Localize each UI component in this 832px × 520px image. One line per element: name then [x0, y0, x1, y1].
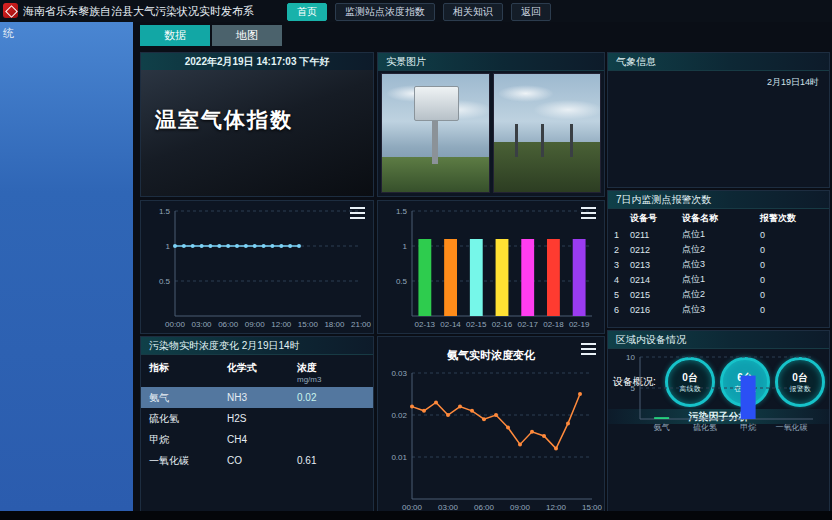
alarm-count: 0 — [760, 290, 815, 300]
app-title: 海南省乐东黎族自治县大气污染状况实时发布系统 — [3, 0, 259, 44]
col-concentration: 浓度mg/m3 — [297, 361, 357, 384]
bottom-strip — [0, 511, 832, 520]
pollutant-value — [297, 429, 357, 450]
row-index: 5 — [614, 290, 630, 300]
alarm-col-count: 报警次数 — [760, 212, 815, 225]
svg-text:甲烷: 甲烷 — [740, 423, 756, 432]
daily-index-bar-chart[interactable]: 0.511.502-1302-1402-1502-1602-1702-1802-… — [380, 203, 602, 331]
svg-text:02-18: 02-18 — [543, 320, 564, 329]
chart-toolbox-icon[interactable] — [581, 343, 596, 355]
main-nav: 首页 监测站点浓度指数 相关知识 返回 — [287, 3, 551, 21]
photo-field — [494, 142, 601, 192]
nav-back-button[interactable]: 返回 — [511, 3, 551, 21]
photo-pole — [432, 116, 438, 163]
weather-panel-title: 气象信息 — [608, 53, 829, 71]
svg-text:0.5: 0.5 — [396, 277, 408, 286]
sidebar — [0, 22, 133, 511]
svg-text:03:00: 03:00 — [192, 320, 213, 329]
nh3-chart-panel: 氨气实时浓度变化 0.010.020.0300:0003:0006:0009:0… — [377, 336, 605, 517]
svg-text:硫化氢: 硫化氢 — [693, 423, 717, 432]
pollutant-panel-title: 污染物实时浓度变化 2月19日14时 — [141, 337, 373, 355]
app-logo-icon — [3, 3, 18, 18]
greenhouse-index-chart-panel: 0.511.500:0003:0006:0009:0012:0015:0018:… — [140, 200, 374, 334]
alarm-count: 0 — [760, 275, 815, 285]
weather-timestamp: 2月19日14时 — [767, 76, 819, 89]
table-row: 5 0215 点位2 0 — [608, 287, 829, 302]
photo-field-site[interactable] — [493, 73, 602, 193]
factor-analysis-bar-chart[interactable]: 510氨气硫化氢甲烷一氧化碳 — [608, 349, 823, 434]
alarm-table-header: 设备号 设备名称 报警次数 — [608, 209, 829, 227]
weather-panel: 气象信息 2月19日14时 — [607, 52, 830, 188]
svg-text:0.5: 0.5 — [159, 277, 171, 286]
svg-text:00:00: 00:00 — [165, 320, 186, 329]
pollutant-formula: H2S — [227, 408, 297, 429]
greenhouse-index-line-chart[interactable]: 0.511.500:0003:0006:0009:0012:0015:0018:… — [143, 203, 371, 331]
chart-toolbox-icon[interactable] — [350, 207, 365, 219]
live-photos-title: 实景图片 — [378, 53, 604, 71]
svg-text:5: 5 — [631, 384, 636, 393]
row-index: 4 — [614, 275, 630, 285]
photo-monitoring-station[interactable] — [381, 73, 490, 193]
alarm-count: 0 — [760, 260, 815, 270]
svg-text:02-17: 02-17 — [517, 320, 538, 329]
alarm-col-device-name: 设备名称 — [682, 212, 760, 225]
svg-text:21:00: 21:00 — [351, 320, 371, 329]
datetime-text: 2022年2月19日 14:17:03 下午好 — [141, 53, 373, 71]
chart-toolbox-icon[interactable] — [581, 207, 596, 219]
alarm-panel-title: 7日内监测点报警次数 — [608, 191, 829, 209]
nav-station-index-button[interactable]: 监测站点浓度指数 — [335, 3, 435, 21]
device-name: 点位2 — [682, 288, 760, 301]
clock-panel: 2022年2月19日 14:17:03 下午好 温室气体指数 — [140, 52, 374, 197]
device-name: 点位3 — [682, 303, 760, 316]
svg-text:0.02: 0.02 — [391, 411, 407, 420]
photo-fence-post — [541, 124, 544, 157]
pollutant-row-co[interactable]: 一氧化碳 CO 0.61 — [141, 450, 373, 471]
svg-text:02-19: 02-19 — [569, 320, 590, 329]
pollutant-name: 硫化氢 — [149, 408, 227, 429]
daily-index-chart-panel: 0.511.502-1302-1402-1502-1602-1702-1802-… — [377, 200, 605, 334]
alarm-count: 0 — [760, 230, 815, 240]
pollutant-value: 0.61 — [297, 450, 357, 471]
pollutant-row-ch4[interactable]: 甲烷 CH4 — [141, 429, 373, 450]
device-name: 点位3 — [682, 258, 760, 271]
photo-sensor-cabinet — [414, 86, 459, 121]
nav-knowledge-button[interactable]: 相关知识 — [443, 3, 503, 21]
table-row: 1 0211 点位1 0 — [608, 227, 829, 242]
row-index: 2 — [614, 245, 630, 255]
device-id: 0211 — [630, 230, 682, 240]
nh3-line-chart[interactable]: 0.010.020.0300:0003:0006:0009:0012:0015:… — [380, 365, 602, 514]
svg-text:氨气: 氨气 — [654, 423, 670, 432]
pollutant-table-header: 指标 化学式 浓度mg/m3 — [141, 355, 373, 387]
device-name: 点位1 — [682, 228, 760, 241]
svg-text:0.03: 0.03 — [391, 369, 407, 378]
pollutant-row-h2s[interactable]: 硫化氢 H2S — [141, 408, 373, 429]
device-name: 点位2 — [682, 243, 760, 256]
svg-text:1.5: 1.5 — [159, 207, 171, 216]
app-root: 首页 监测站点浓度指数 相关知识 返回 海南省乐东黎族自治县大气污染状况实时发布… — [0, 0, 832, 520]
pollutant-table-panel: 污染物实时浓度变化 2月19日14时 指标 化学式 浓度mg/m3 氨气 NH3… — [140, 336, 374, 517]
headline-background: 温室气体指数 — [141, 70, 373, 196]
svg-text:02-15: 02-15 — [466, 320, 487, 329]
svg-text:一氧化碳: 一氧化碳 — [775, 423, 807, 432]
svg-text:18:00: 18:00 — [324, 320, 345, 329]
alarm-count: 0 — [760, 245, 815, 255]
pollutant-value: 0.02 — [297, 387, 357, 408]
nh3-chart-title: 氨气实时浓度变化 — [378, 348, 604, 363]
pollutant-row-nh3[interactable]: 氨气 NH3 0.02 — [141, 387, 373, 408]
alarm-count: 0 — [760, 305, 815, 315]
col-concentration-label: 浓度 — [297, 362, 317, 373]
device-id: 0215 — [630, 290, 682, 300]
pollutant-value — [297, 408, 357, 429]
nav-home-button[interactable]: 首页 — [287, 3, 327, 21]
col-formula: 化学式 — [227, 361, 297, 384]
pollutant-formula: NH3 — [227, 387, 297, 408]
svg-text:02-16: 02-16 — [492, 320, 513, 329]
svg-text:02-13: 02-13 — [415, 320, 436, 329]
row-index: 6 — [614, 305, 630, 315]
photo-fence-post — [515, 124, 518, 157]
photo-row — [381, 73, 601, 193]
svg-text:12:00: 12:00 — [271, 320, 292, 329]
devices-panel: 区域内设备情况 设备概况: 0台 离线数 6台 在线数 0台 报警数 污染因子分… — [607, 330, 830, 517]
svg-text:15:00: 15:00 — [298, 320, 319, 329]
app-title-text: 海南省乐东黎族自治县大气污染状况实时发布系统 — [3, 5, 254, 39]
